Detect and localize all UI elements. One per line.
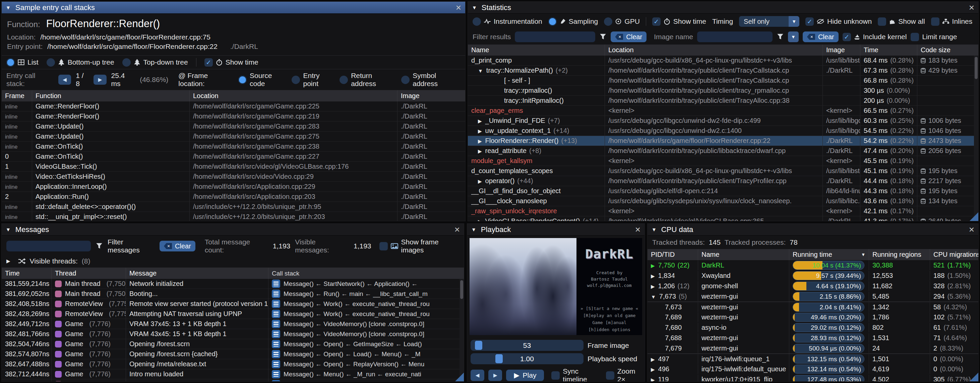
statistics-row[interactable]: [ - self - ] /home/wolf/darkrl/contrib/t… [468,76,978,86]
scrollbar-thumb[interactable] [460,280,463,299]
call-stack-icon[interactable] [272,310,280,318]
radio-entry-point[interactable]: Entry point [291,72,335,88]
call-stack-frame-row[interactable]: inline Game::Update() /home/wolf/darkrl/… [2,131,465,142]
cpu-thread-row[interactable]: ▼7,673(5) wezterm-gui 2.15 s (8.86%) 5,4… [648,291,978,302]
statistics-titlebar[interactable]: ▼ Statistics × [468,2,978,14]
play-button[interactable]: ▶Play [506,370,544,381]
message-row[interactable]: 382,428,269ns RemoteView(7,775) Attempti… [2,309,464,319]
statistics-row[interactable]: __GI__dl_find_dso_for_object /usr/src/de… [468,186,978,196]
expand-icon[interactable]: ▶ [651,356,655,362]
statistics-row[interactable]: clear_page_erms <kernel> <kernel> 66.5 m… [468,106,978,116]
message-row[interactable]: 381,559,214ns Main thread(7,750) Network… [2,279,464,289]
statistics-row[interactable]: ▶FloorRenderer::Render()(+13) /home/wolf… [468,136,978,146]
funnel-icon[interactable] [599,33,607,40]
call-stack-icon[interactable] [272,320,280,328]
message-row[interactable]: 382,574,807ns Game(7,776) Opening /fores… [2,349,464,359]
expand-icon[interactable]: ▶ [478,128,482,134]
expand-icon[interactable]: ▶ [651,377,655,381]
frame-image[interactable]: DarkRL Created by Bartosz Taudul wolf.pl… [469,238,642,335]
resize-grip[interactable] [455,373,464,381]
close-icon[interactable]: × [635,226,641,233]
image-name-input[interactable] [697,32,773,42]
message-row[interactable]: 382,712,444ns Game(7,776) Intro menu loa… [2,369,464,379]
call-stack-frame-row[interactable]: 1 VideoGLBase::Tick() /home/wolf/darkrl/… [2,162,465,172]
cpu-data-titlebar[interactable]: ▼ CPU data × [648,224,978,236]
call-stack-icon[interactable] [272,370,280,378]
call-stack-frame-row[interactable]: inline Video::GetTicksHiRes() /home/wolf… [2,172,465,182]
playback-speed-slider[interactable]: 1.00 [471,353,584,364]
checkbox-show-all[interactable]: Show all [878,17,925,26]
close-icon[interactable]: × [969,226,974,233]
collapse-icon[interactable]: ▼ [6,5,11,10]
message-row[interactable]: 382,647,488ns Game(7,776) Opening /meta/… [2,359,464,369]
expand-icon[interactable]: ▶ [651,273,655,279]
call-stack-frame-row[interactable]: inline Application::InnerLoop() /home/wo… [2,182,465,192]
scrollbar-thumb[interactable] [975,57,978,79]
radio-list[interactable]: List [6,58,38,66]
statistics-row[interactable]: tracy::rpmalloc() /home/wolf/darkrl/cont… [468,86,978,96]
statistics-row[interactable]: tracy::InitRpmalloc() /home/wolf/darkrl/… [468,96,978,106]
checkbox-zoom-2x[interactable]: Zoom 2× [606,367,641,381]
resize-grip[interactable] [970,212,978,221]
chevron-down-icon[interactable]: ▼ [788,32,799,42]
collapse-icon[interactable]: ▼ [471,227,476,232]
visible-threads-row[interactable]: ▶ Visible threads: (8) [2,256,464,267]
message-row[interactable]: 382,449,712ns Game(7,776) VRAM 37x45: 13… [2,319,464,329]
radio-bottom-up-tree[interactable]: Bottom-up tree [46,58,114,66]
call-stack-frame-row[interactable]: inline std::default_delete<>::operator()… [2,202,465,212]
clear-messages-filter-button[interactable]: Clear [159,241,196,252]
checkbox-show-frame-images[interactable]: Show frame images [379,238,459,254]
radio-return-address[interactable]: Return address [339,72,396,88]
close-icon[interactable]: × [456,4,461,11]
expand-icon[interactable]: ▶ [651,283,655,290]
scrollbar[interactable] [974,55,978,221]
statistics-row[interactable]: ▼tracy::NormalizePath()(+2) /home/wolf/d… [468,66,978,76]
call-stack-frame-row[interactable]: inline std::__uniq_ptr_impl<>::reset() /… [2,212,465,221]
scrollbar[interactable] [460,279,464,381]
expand-icon[interactable]: ▶ [478,148,482,154]
statistics-row[interactable]: module_get_kallsym <kernel> <kernel> 45.… [468,156,978,166]
prev-stack-button[interactable]: ◀ [58,74,71,85]
expand-icon[interactable]: ▼ [478,68,483,74]
statistics-row[interactable]: ▶operator()(+44) /home/wolf/darkrl/contr… [468,176,978,186]
message-row[interactable]: 381,692,052ns Main thread(7,750) Booting… [2,289,464,299]
call-stack-icon[interactable] [272,280,280,288]
cpu-thread-row[interactable]: 7,673 wezterm-gui 2.04 s (8.41%) 1,342 5… [648,302,978,312]
expand-icon[interactable]: ▶ [478,118,482,124]
next-stack-button[interactable]: ▶ [94,74,106,85]
playback-titlebar[interactable]: ▼ Playback × [467,224,644,236]
radio-sampling[interactable]: Sampling [548,17,598,26]
call-stack-frame-row[interactable]: inline Game::RenderFloor() /home/wolf/da… [2,101,465,111]
filter-results-input[interactable] [515,32,595,42]
next-frame-button[interactable]: ▶ [488,370,502,381]
call-stack-icon[interactable] [272,340,280,348]
call-stack-icon[interactable] [272,360,280,368]
statistics-row[interactable]: ▶_Unwind_Find_FDE(+7) /usr/src/debug/gcc… [468,116,978,126]
checkbox-inlines[interactable]: Inlines [931,17,973,26]
funnel-icon[interactable] [776,33,784,40]
call-stack-frame-row[interactable]: 0 Game::OnTick() /home/wolf/darkrl/src/g… [2,152,465,162]
call-stack-icon[interactable] [272,300,280,308]
call-stack-frame-row[interactable]: inline Game::Update() /home/wolf/darkrl/… [2,122,465,131]
cpu-thread-row[interactable]: 7,688 wezterm-gui 28.93 ms (0.12%) 1,531… [648,333,978,343]
prev-frame-button[interactable]: ◀ [471,370,484,381]
message-filter-input[interactable] [6,241,91,252]
radio-gpu[interactable]: GPU [604,17,640,26]
expand-icon[interactable]: ▶ [478,138,482,144]
statistics-row[interactable]: ▶uw_update_context_1(+14) /usr/src/debug… [468,126,978,136]
collapse-icon[interactable]: ▼ [6,227,11,232]
expand-icon[interactable]: ▶ [651,263,655,269]
cpu-thread-row[interactable]: ▶497 irq/176-iwlwifi:queue_1 132.15 ms (… [648,353,978,364]
expand-icon[interactable]: ▶ [651,367,655,373]
statistics-row[interactable]: _raw_spin_unlock_irqrestore <kernel> <ke… [468,206,978,216]
call-stack-frame-row[interactable]: 2 Application::Run() /home/wolf/darkrl/s… [2,192,465,202]
clear-image-filter-button[interactable]: Clear [803,32,838,42]
message-row[interactable]: 382,481,766ns Game(7,776) VRAM 43x45: 15… [2,329,464,339]
resize-grip[interactable] [970,373,978,381]
radio-top-down-tree[interactable]: Top-down tree [123,58,188,66]
chevron-down-icon[interactable]: ▼ [789,16,799,27]
frame-image-slider[interactable]: 53 [471,340,584,351]
message-row[interactable]: 382,408,518ns RemoteView(7,775) Remote v… [2,299,464,309]
funnel-icon[interactable] [95,243,103,249]
call-stack-icon[interactable] [272,350,280,358]
